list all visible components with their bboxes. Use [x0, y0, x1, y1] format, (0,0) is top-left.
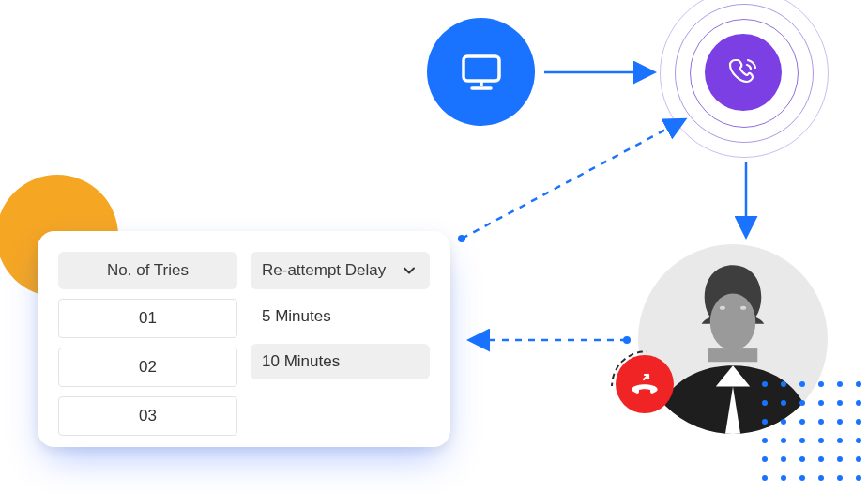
tries-row[interactable]: 03 — [58, 396, 237, 436]
tries-row[interactable]: 01 — [58, 299, 237, 338]
decorative-dot-grid — [762, 381, 861, 481]
chevron-down-icon — [402, 263, 417, 278]
monitor-icon — [455, 46, 508, 99]
svg-point-7 — [740, 306, 746, 310]
phone-ringing-icon — [724, 54, 762, 91]
delay-column: Re-attempt Delay 5 Minutes 10 Minutes — [251, 252, 430, 436]
svg-point-0 — [623, 336, 631, 344]
svg-point-6 — [720, 306, 725, 310]
delay-option-selected[interactable]: 10 Minutes — [251, 344, 430, 379]
retry-settings-card: No. of Tries 01 02 03 Re-attempt Delay 5… — [38, 231, 450, 447]
delay-option[interactable]: 5 Minutes — [251, 299, 430, 334]
svg-point-1 — [458, 235, 465, 242]
svg-point-5 — [710, 294, 755, 351]
delay-header-label: Re-attempt Delay — [262, 261, 386, 280]
delay-dropdown[interactable]: Re-attempt Delay — [251, 252, 430, 289]
tries-row[interactable]: 02 — [58, 348, 237, 387]
diagram-stage: No. of Tries 01 02 03 Re-attempt Delay 5… — [0, 0, 868, 495]
svg-rect-2 — [464, 56, 499, 81]
flow-card-to-phone — [462, 120, 683, 239]
missed-call-badge — [616, 355, 674, 413]
missed-call-icon — [629, 368, 661, 400]
svg-rect-8 — [708, 348, 758, 362]
tries-header: No. of Tries — [58, 252, 237, 289]
phone-node — [660, 0, 827, 156]
tries-column: No. of Tries 01 02 03 — [58, 252, 237, 436]
computer-node — [427, 18, 535, 126]
